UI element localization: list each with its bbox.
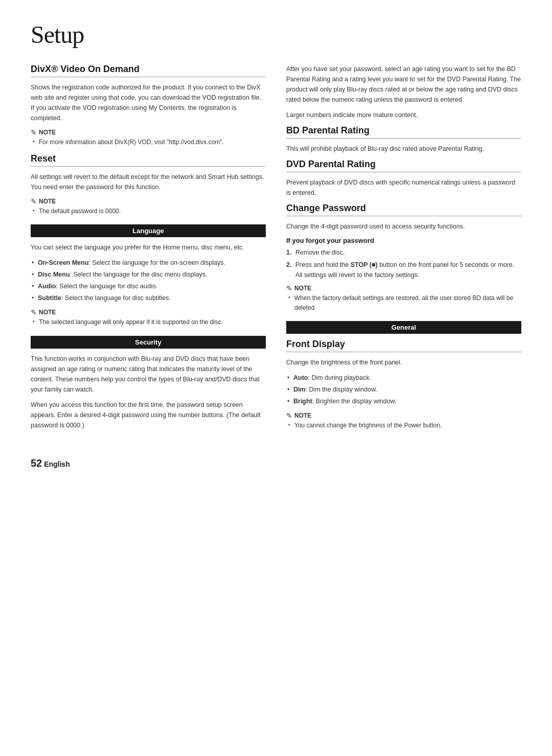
front-display-auto-bold: Auto — [293, 374, 308, 381]
front-display-dim-bold: Dim — [293, 386, 306, 393]
divx-vod-body: Shows the registration code authorized f… — [31, 82, 266, 123]
front-display-bright-text: : Brighten the display window. — [312, 398, 397, 405]
section-bd-parental: BD Parental Rating This will prohibit pl… — [286, 125, 521, 154]
language-item-subtitle: Subtitle: Select the language for disc s… — [31, 293, 266, 303]
bd-parental-title: BD Parental Rating — [286, 125, 521, 139]
front-display-auto: Auto: Dim during playback. — [286, 373, 521, 383]
language-note: ✎ NOTE The selected language will only a… — [31, 308, 266, 327]
forgot-password-steps: Remove the disc. Press and hold the STOP… — [286, 247, 521, 280]
reset-note: ✎ NOTE The default password is 0000. — [31, 197, 266, 216]
page-footer: 52 English — [31, 457, 521, 469]
right-column: After you have set your password, select… — [286, 64, 521, 437]
front-display-body: Change the brightness of the front panel… — [286, 357, 521, 368]
dvd-parental-body: Prevent playback of DVD discs with speci… — [286, 177, 521, 198]
front-display-list: Auto: Dim during playback. Dim: Dim the … — [286, 373, 521, 406]
language-item-disc-text: : Select the language for the disc menu … — [70, 271, 208, 278]
language-body: You can select the language you prefer f… — [31, 242, 266, 253]
page-number: 52 — [31, 457, 42, 469]
note-icon: ✎ — [31, 128, 37, 136]
language-list: On-Screen Menu: Select the language for … — [31, 258, 266, 303]
forgot-password-note: ✎ NOTE When the factory default settings… — [286, 284, 521, 313]
note-label-frontdisplay: ✎ NOTE — [286, 411, 521, 420]
change-password-body: Change the 4-digit password used to acce… — [286, 221, 521, 232]
language-item-subtitle-bold: Subtitle — [38, 294, 61, 302]
change-password-title: Change Password — [286, 203, 521, 216]
language-item-disc-bold: Disc Menu — [38, 271, 70, 278]
language-item-onscreen-bold: On-Screen Menu — [38, 259, 88, 266]
forgot-password-step1: Remove the disc. — [286, 247, 521, 258]
language-item-subtitle-text: : Select the language for disc subtitles… — [61, 294, 171, 302]
note-label-reset: ✎ NOTE — [31, 197, 266, 205]
reset-body: All settings will revert to the default … — [31, 172, 266, 192]
section-dvd-parental: DVD Parental Rating Prevent playback of … — [286, 159, 521, 198]
general-bar: General — [286, 321, 521, 334]
section-reset: Reset All settings will revert to the de… — [31, 153, 266, 216]
reset-title: Reset — [31, 153, 266, 167]
front-display-note-item: You cannot change the brighness of the P… — [286, 421, 521, 430]
front-display-dim: Dim: Dim the display window. — [286, 384, 521, 395]
language-item-audio: Audio: Select the language for disc audi… — [31, 281, 266, 291]
front-display-note: ✎ NOTE You cannot change the brighness o… — [286, 411, 521, 430]
forgot-password-step2: Press and hold the STOP (■) button on th… — [286, 260, 521, 280]
front-display-title: Front Display — [286, 339, 521, 352]
left-column: DivX® Video On Demand Shows the registra… — [31, 64, 266, 437]
note-icon-frontdisplay: ✎ — [286, 411, 292, 420]
front-display-bright: Bright: Brighten the display window. — [286, 396, 521, 406]
language-bar: Language — [31, 224, 266, 237]
section-change-password: Change Password Change the 4-digit passw… — [286, 203, 521, 313]
note-icon-reset: ✎ — [31, 197, 37, 205]
front-display-auto-text: : Dim during playback. — [308, 374, 371, 381]
language-item-audio-text: : Select the language for disc audio. — [56, 283, 157, 290]
note-icon-password: ✎ — [286, 284, 292, 292]
note-label: ✎ NOTE — [31, 128, 266, 136]
section-front-display: Front Display Change the brightness of t… — [286, 339, 521, 430]
language-note-item: The selected language will only appear i… — [31, 317, 266, 327]
page-title: Setup — [31, 20, 521, 49]
note-label-language: ✎ NOTE — [31, 308, 266, 316]
divx-vod-note: ✎ NOTE For more information about DivX(R… — [31, 128, 266, 147]
divx-vod-title: DivX® Video On Demand — [31, 64, 266, 77]
page-language: English — [44, 460, 70, 468]
bd-parental-body: This will prohibit playback of Blu-ray d… — [286, 144, 521, 154]
divx-vod-note-item: For more information about DivX(R) VOD, … — [31, 138, 266, 147]
larger-numbers-text: Larger numbers indicate more mature cont… — [286, 110, 521, 120]
security-bar: Security — [31, 336, 266, 349]
forgot-password-title: If you forgot your password — [286, 237, 521, 244]
right-intro: After you have set your password, select… — [286, 64, 521, 105]
front-display-bright-bold: Bright — [293, 398, 312, 405]
forgot-password-note-item: When the factory default settings are re… — [286, 293, 521, 313]
note-label-password: ✎ NOTE — [286, 284, 521, 292]
section-divx-vod: DivX® Video On Demand Shows the registra… — [31, 64, 266, 147]
front-display-dim-text: : Dim the display window. — [306, 386, 377, 393]
security-body2: When you access this function for the fi… — [31, 400, 266, 430]
dvd-parental-title: DVD Parental Rating — [286, 159, 521, 172]
language-item-audio-bold: Audio — [38, 283, 56, 290]
language-item-onscreen: On-Screen Menu: Select the language for … — [31, 258, 266, 268]
note-icon-language: ✎ — [31, 308, 37, 316]
language-item-onscreen-text: : Select the language for the on-screen … — [88, 259, 225, 266]
language-item-disc: Disc Menu: Select the language for the d… — [31, 269, 266, 280]
security-body1: This function works in conjunction with … — [31, 354, 266, 395]
reset-note-item: The default password is 0000. — [31, 207, 266, 216]
